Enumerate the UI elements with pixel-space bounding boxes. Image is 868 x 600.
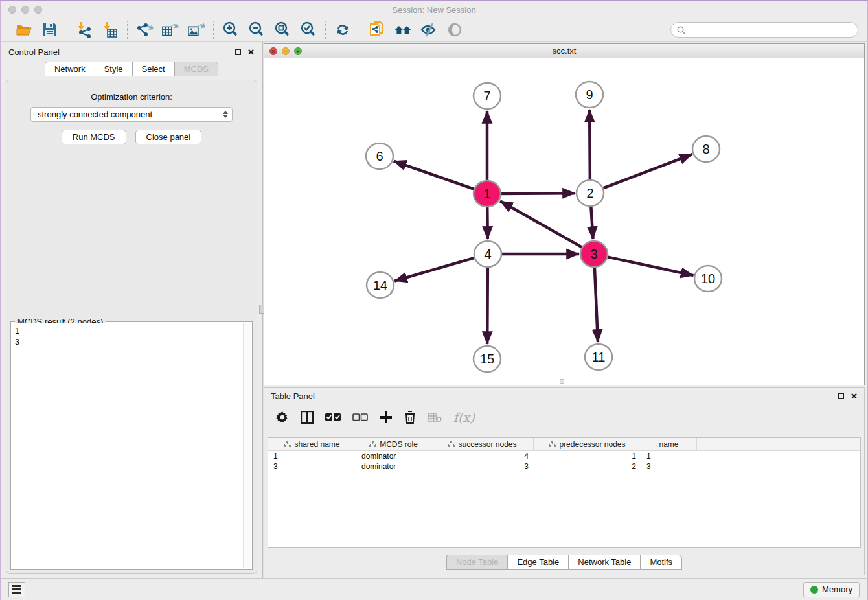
table-row[interactable]: 1dominator411 — [268, 451, 860, 461]
close-table-panel-icon[interactable]: ✕ — [851, 393, 858, 399]
table-settings-icon[interactable] — [276, 411, 289, 424]
graph-edge-3-1[interactable] — [500, 201, 585, 249]
table-cell[interactable]: 3 — [641, 461, 697, 472]
graph-node-7[interactable]: 7 — [474, 83, 501, 109]
optimization-criterion-label: Optimization criterion: — [6, 92, 257, 102]
table-cell[interactable]: 1 — [268, 451, 356, 461]
network-graph[interactable]: 7968124314101511 — [264, 58, 865, 385]
graph-node-3[interactable]: 3 — [580, 241, 608, 267]
graph-node-9[interactable]: 9 — [576, 82, 603, 108]
graph-edge-4-15[interactable] — [487, 264, 488, 344]
graph-node-label: 9 — [586, 87, 593, 102]
zoom-out-icon[interactable] — [247, 21, 266, 39]
table-cell[interactable]: 3 — [268, 461, 356, 472]
refresh-view-icon[interactable] — [334, 21, 352, 39]
add-column-icon[interactable] — [380, 411, 393, 424]
graph-edge-4-14[interactable] — [394, 257, 478, 281]
graph-node-4[interactable]: 4 — [474, 241, 501, 267]
network-resize-grip[interactable] — [560, 379, 564, 384]
close-panel-icon[interactable]: ✕ — [247, 49, 255, 55]
graph-node-10[interactable]: 10 — [694, 266, 722, 292]
graph-edge-3-11[interactable] — [595, 264, 598, 342]
network-canvas[interactable]: 7968124314101511 — [264, 58, 864, 385]
column-header-successor-nodes[interactable]: successor nodes — [431, 438, 534, 450]
table-cell[interactable]: 4 — [431, 451, 534, 461]
graph-node-15[interactable]: 15 — [474, 346, 501, 372]
column-header-predecessor-nodes[interactable]: predecessor nodes — [534, 438, 641, 450]
import-network-icon[interactable] — [75, 21, 93, 39]
select-stepper-icon — [223, 111, 228, 118]
graph-node-6[interactable]: 6 — [366, 143, 393, 169]
graph-node-14[interactable]: 14 — [367, 272, 394, 298]
column-header-name[interactable]: name — [641, 438, 697, 450]
table-cell[interactable]: 2 — [534, 461, 641, 472]
graph-edge-2-3[interactable] — [591, 203, 593, 239]
memory-status-icon — [810, 586, 818, 594]
table-cell[interactable]: 1 — [534, 451, 641, 461]
run-mcds-button[interactable]: Run MCDS — [62, 130, 126, 144]
graph-edge-2-9[interactable] — [589, 110, 590, 183]
table-cell[interactable]: 1 — [641, 451, 697, 461]
table-cell[interactable]: dominator — [356, 461, 431, 472]
float-panel-icon[interactable] — [235, 49, 241, 55]
graph-node-1[interactable]: 1 — [474, 181, 501, 207]
hide-selected-icon[interactable] — [420, 21, 438, 39]
tab-mcds[interactable]: MCDS — [174, 62, 218, 76]
table-cell[interactable]: dominator — [356, 451, 431, 461]
graph-node-11[interactable]: 11 — [585, 344, 612, 370]
graph-edge-1-6[interactable] — [394, 161, 477, 190]
tab-motifs[interactable]: Motifs — [640, 555, 682, 570]
graph-node-8[interactable]: 8 — [692, 136, 720, 162]
network-window: ✕ − + scc.txt 7968124314101511 — [264, 43, 865, 385]
export-network-icon[interactable] — [135, 21, 154, 39]
memory-button[interactable]: Memory — [803, 582, 860, 597]
graph-edge-2-8[interactable] — [600, 154, 692, 189]
optimization-criterion-select[interactable]: strongly connected component — [30, 107, 233, 122]
mcds-result-list[interactable]: 13 — [12, 323, 243, 568]
delete-table-icon[interactable] — [428, 412, 442, 422]
import-table-icon[interactable] — [101, 21, 119, 39]
graph-node-label: 6 — [376, 149, 383, 163]
tab-edge-table[interactable]: Edge Table — [507, 555, 568, 570]
export-table-icon[interactable] — [161, 21, 179, 39]
optimization-criterion-value: strongly connected component — [38, 110, 152, 119]
task-history-button[interactable] — [8, 582, 25, 597]
network-window-titlebar[interactable]: ✕ − + scc.txt — [264, 44, 864, 58]
float-table-panel-icon[interactable] — [838, 393, 844, 399]
table-toolbar: f(x) — [264, 404, 864, 431]
tab-node-table[interactable]: Node Table — [446, 555, 508, 570]
deselect-all-columns-icon[interactable] — [352, 413, 368, 422]
zoom-selected-icon[interactable] — [299, 21, 317, 39]
table-cell[interactable]: 3 — [431, 461, 534, 472]
show-all-networks-icon[interactable] — [394, 21, 412, 39]
result-scrollbar[interactable] — [243, 323, 251, 568]
delete-column-icon[interactable] — [404, 411, 416, 424]
graph-edge-3-10[interactable] — [604, 256, 694, 275]
open-session-icon[interactable] — [15, 21, 33, 39]
table-row[interactable]: 3dominator323 — [268, 461, 860, 472]
network-title: scc.txt — [264, 46, 864, 56]
toggle-birdseye-icon[interactable] — [446, 21, 464, 39]
zoom-in-icon[interactable] — [222, 21, 240, 39]
tab-select[interactable]: Select — [132, 62, 174, 76]
close-panel-button[interactable]: Close panel — [135, 130, 202, 144]
tab-network[interactable]: Network — [45, 62, 95, 76]
function-builder-icon[interactable]: f(x) — [453, 410, 475, 424]
zoom-fit-icon[interactable] — [273, 21, 291, 39]
graph-node-2[interactable]: 2 — [577, 180, 604, 206]
tab-style[interactable]: Style — [95, 62, 132, 76]
graph-node-label: 15 — [480, 352, 494, 366]
save-session-icon[interactable] — [41, 21, 59, 39]
duplicate-network-icon[interactable] — [368, 21, 386, 39]
split-panel-icon[interactable] — [301, 411, 314, 424]
select-all-columns-icon[interactable] — [325, 413, 341, 422]
export-image-icon[interactable] — [187, 21, 205, 39]
tab-network-table[interactable]: Network Table — [568, 555, 640, 570]
search-input[interactable] — [686, 25, 852, 34]
column-header-shared-name[interactable]: shared name — [268, 438, 356, 450]
search-box — [670, 22, 858, 38]
graph-edge-1-2[interactable] — [497, 193, 575, 194]
column-header-MCDS-role[interactable]: MCDS role — [356, 438, 431, 450]
graph-edge-1-4[interactable] — [487, 204, 488, 239]
memory-label: Memory — [822, 584, 852, 594]
